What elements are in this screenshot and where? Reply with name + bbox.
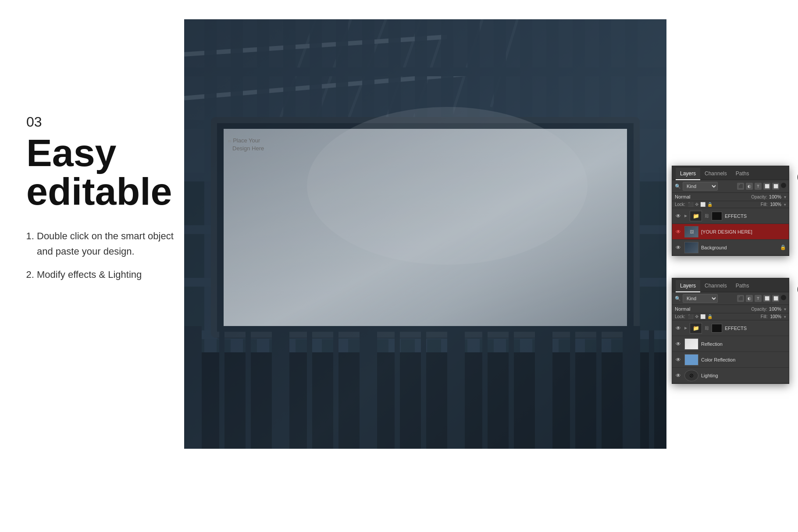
filter-pixel-icon[interactable]: ⬛ [737,183,744,190]
svg-point-39 [307,107,588,265]
opacity-arrow-1: ▾ [784,195,786,199]
lock-row-2: Lock: ⬛ ✥ ⬜ 🔒 Fill: 100% ▾ [672,313,789,320]
layer-color-reflection-2[interactable]: 👁 Color Reflection [672,352,789,368]
panel-1-tabs: Layers Channels Paths [672,166,789,180]
filter-type-icon[interactable]: T [755,183,762,190]
ps-panel-1: 01 Layers Channels Paths 🔍 Kind ⬛ ◐ T ⬜ … [672,166,789,256]
billboard-text: m Place Your Design Here [228,137,264,153]
filter-smart-icon-2[interactable]: ⬜ [772,295,779,302]
layer-effects-2[interactable]: 👁 ▶ 📁 ⛓ EFFECTS [672,320,789,336]
svg-rect-49 [421,328,426,449]
name-reflection-2: Reflection [701,341,786,347]
filter-row-2: 🔍 Kind ⬛ ◐ T ⬜ ⬜ [672,292,789,305]
tab-channels-1[interactable]: Channels [700,168,731,180]
filter-shape-icon[interactable]: ⬜ [763,183,770,190]
thumb-reflection-2 [684,338,698,350]
tab-paths-2[interactable]: Paths [731,280,754,292]
thumb-design-1: 🖼 [684,226,698,238]
lock-all-1[interactable]: 🔒 [707,202,712,207]
billboard-line1: Place Your [233,137,260,144]
filter-pixel-icon-2[interactable]: ⬛ [737,295,744,302]
lock-artboard-1[interactable]: ⬜ [700,202,705,207]
tab-channels-2[interactable]: Channels [700,280,731,292]
lock-move-1[interactable]: ✥ [695,202,698,207]
thumb-effects-2: 📁 [690,323,702,333]
lock-pixel-1[interactable]: ⬛ [688,202,693,207]
svg-rect-46 [333,328,338,449]
filter-row-1: 🔍 Kind ⬛ ◐ T ⬜ ⬜ [672,180,789,193]
name-effects-1: EFFECTS [725,213,786,219]
search-icon-1: 🔍 [675,184,681,189]
thumb-color-reflection-2 [684,354,698,365]
svg-rect-42 [219,330,224,449]
name-lighting-2: Lighting [701,373,786,378]
eye-reflection-2[interactable]: 👁 [675,340,682,348]
layer-reflection-2[interactable]: 👁 Reflection [672,336,789,352]
filter-smart-icon[interactable]: ⬜ [772,183,779,190]
tab-layers-2[interactable]: Layers [676,280,700,292]
name-color-reflection-2: Color Reflection [701,357,786,362]
layer-lighting-2[interactable]: 👁 ⊘ Lighting [672,368,789,383]
ps-panel-2: 02 Layers Channels Paths 🔍 Kind ⬛ ◐ T ⬜ … [672,278,789,384]
layer-design-1[interactable]: 👁 🖼 [YOUR DESIGN HERE] [672,224,789,240]
filter-icons-1: ⬛ ◐ T ⬜ ⬜ [737,183,786,190]
filter-dot-icon[interactable] [781,183,786,188]
eye-color-reflection-2[interactable]: 👁 [675,356,682,363]
lock-background-1: 🔒 [780,245,786,250]
search-icon-2: 🔍 [675,296,681,301]
eye-lighting-2[interactable]: 👁 [675,372,682,379]
filter-adjust-icon-2[interactable]: ◐ [746,295,753,302]
svg-rect-53 [535,326,552,449]
blend-mode-1[interactable]: Normal [675,194,749,199]
eye-background-1[interactable]: 👁 [675,244,682,251]
name-background-1: Background [701,245,777,250]
thumb-background-1 [684,242,698,253]
blend-mode-2[interactable]: Normal [675,306,749,312]
billboard-scene: m Place Your Design Here [184,19,666,449]
svg-rect-50 [447,326,465,449]
svg-rect-56 [623,326,640,449]
blend-row-1: Normal Opacity: 100% ▾ [672,193,789,201]
filter-adjust-icon[interactable]: ◐ [746,183,753,190]
expand-effects-2[interactable]: ▶ [684,326,687,330]
filter-select-1[interactable]: Kind [683,182,718,191]
lock-icons-1: ⬛ ✥ ⬜ 🔒 [688,202,712,207]
eye-effects-2[interactable]: 👁 [675,325,682,332]
lock-pixel-2[interactable]: ⬛ [688,314,693,319]
blend-row-2: Normal Opacity: 100% ▾ [672,305,789,313]
thumb-effects-1: 📁 [690,211,702,221]
layer-background-1[interactable]: 👁 Background 🔒 [672,240,789,255]
instruction-2: Modify effects & Lighting [37,267,175,282]
mask-effects-2 [712,324,722,333]
ps-indicator: m [228,139,232,143]
filter-type-icon-2[interactable]: T [755,295,762,302]
lock-move-2[interactable]: ✥ [695,314,698,319]
filter-select-2[interactable]: Kind [683,294,718,303]
lock-artboard-2[interactable]: ⬜ [700,314,705,319]
opacity-arrow-2: ▾ [784,307,786,312]
name-design-1: [YOUR DESIGN HERE] [701,229,786,234]
name-effects-2: EFFECTS [725,326,786,331]
layer-effects-1[interactable]: 👁 ▶ 📁 ⛓ EFFECTS [672,208,789,224]
svg-rect-57 [649,330,654,449]
filter-shape-icon-2[interactable]: ⬜ [763,295,770,302]
mask-effects-1 [712,212,722,220]
svg-rect-48 [395,330,400,449]
fill-arrow-2: ▾ [784,315,786,319]
svg-rect-52 [509,328,514,449]
chain-effects-2: ⛓ [705,326,709,330]
main-image: m Place Your Design Here [184,19,666,449]
tab-layers-1[interactable]: Layers [676,168,700,180]
instruction-1: Double click on the smart object and pas… [37,228,175,259]
filter-dot-icon-2[interactable] [781,295,786,300]
eye-effects-1[interactable]: 👁 [675,213,682,220]
expand-effects-1[interactable]: ▶ [684,214,687,218]
lock-all-2[interactable]: 🔒 [707,314,712,319]
eye-design-1[interactable]: 👁 [675,228,682,235]
fill-arrow-1: ▾ [784,202,786,207]
svg-rect-45 [307,330,312,449]
step-number: 03 [26,114,175,130]
chain-effects-1: ⛓ [705,213,709,218]
lock-label-2: Lock: [675,314,685,319]
tab-paths-1[interactable]: Paths [731,168,754,180]
